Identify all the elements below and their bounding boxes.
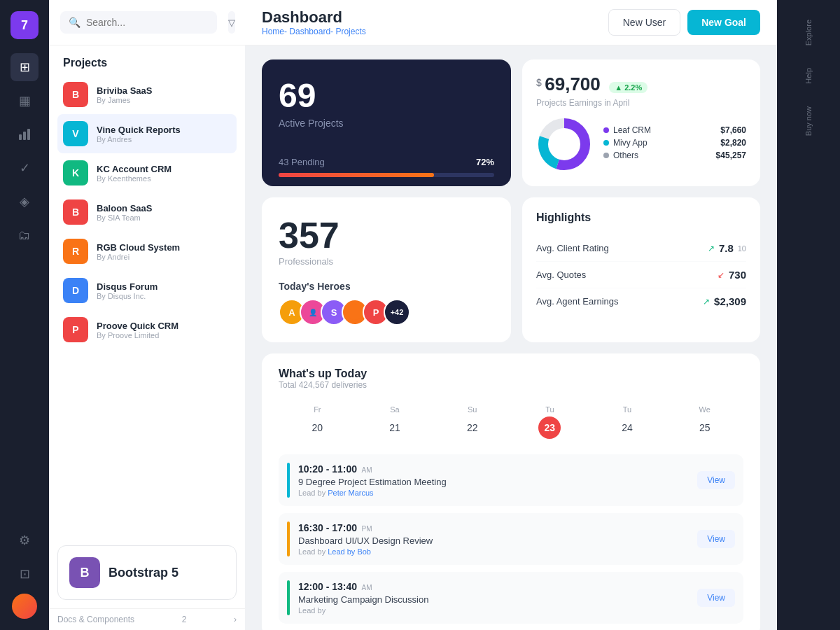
event-details: 12:00 - 13:40 AM Marketing Campaign Disc… (298, 580, 689, 615)
schedule-section: What's up Today Total 424,567 deliveries… (262, 354, 760, 630)
project-name-disqus: Disqus Forum (97, 281, 231, 292)
event-ampm: AM (362, 466, 372, 474)
breadcrumb-dash[interactable]: Dashboard- (289, 27, 333, 36)
bootstrap-banner[interactable]: B Bootstrap 5 (57, 545, 237, 600)
legend-label-mivy: Mivy App (613, 138, 648, 148)
nav-icon-check[interactable]: ✓ (10, 154, 38, 182)
cal-day-25[interactable]: We 25 (666, 401, 743, 443)
sidebar-header: 🔍 ▽ (49, 0, 245, 46)
event-lead-link[interactable]: Lead by Bob (328, 547, 371, 556)
project-logo-briviba: B (63, 82, 88, 107)
topbar-actions: New User New Goal (608, 9, 760, 36)
project-info-kc: KC Account CRM By Keenthemes (97, 164, 231, 183)
legend-mivy-app: Mivy App $2,820 (603, 138, 746, 148)
cal-day-21[interactable]: Sa 21 (356, 401, 434, 443)
sidebar-bottom-arrow: › (234, 615, 237, 624)
topbar-left: Dashboard Home- Dashboard- Projects (262, 8, 366, 36)
sidebar-bottom-count: 2 (182, 615, 187, 624)
event-view-button[interactable]: View (697, 471, 735, 489)
project-logo-vine: V (63, 121, 88, 146)
nav-avatar[interactable]: 7 (10, 11, 38, 39)
hl-num-quotes: 730 (729, 269, 746, 281)
event-ampm: PM (362, 525, 372, 533)
nav-icon-dashboard[interactable]: ⊞ (10, 53, 38, 81)
hl-num-earnings: $2,309 (714, 295, 746, 307)
right-panel-help[interactable]: Help (802, 62, 816, 90)
nav-icon-chart[interactable] (10, 120, 38, 148)
hero-more: +42 (384, 299, 410, 326)
event-view-button[interactable]: View (697, 589, 735, 607)
new-goal-button[interactable]: New Goal (687, 10, 760, 35)
highlight-row-earnings: Avg. Agent Earnings ↗ $2,309 (536, 288, 746, 314)
project-info-disqus: Disqus Forum By Disqus Inc. (97, 281, 231, 300)
project-item-kc[interactable]: K KC Account CRM By Keenthemes (57, 153, 237, 192)
highlight-value-quotes: ↙ 730 (718, 269, 746, 281)
right-panel-buynow[interactable]: Buy now (802, 101, 816, 141)
cal-day-22[interactable]: Su 22 (433, 401, 511, 443)
event-item: 12:00 - 13:40 AM Marketing Campaign Disc… (279, 572, 743, 624)
professionals-card: 357 Professionals Today's Heroes A 👤 S P… (262, 197, 511, 342)
project-name-vine: Vine Quick Reports (97, 125, 231, 135)
search-input[interactable] (86, 17, 209, 28)
project-item-disqus[interactable]: D Disqus Forum By Disqus Inc. (57, 271, 237, 310)
progress-bar (279, 173, 494, 177)
event-view-button[interactable]: View (697, 530, 735, 548)
project-author-proove: By Proove Limited (97, 331, 231, 340)
bootstrap-logo: B (69, 557, 100, 588)
nav-icon-grid[interactable]: ▦ (10, 87, 38, 115)
nav-icon-layers[interactable]: ◈ (10, 188, 38, 216)
pending-label: 43 Pending (279, 157, 325, 167)
cal-day-label: Su (436, 405, 508, 414)
sidebar-bottom[interactable]: Docs & Components 2 › (49, 608, 245, 630)
right-panel-explore[interactable]: Explore (802, 14, 816, 51)
breadcrumb-home[interactable]: Home- (262, 27, 287, 36)
highlight-value-rating: ↗ 7.8 10 (708, 242, 746, 254)
nav-icon-settings[interactable]: ⚙ (10, 526, 38, 554)
earnings-card: $ 69,700 ▲ 2.2% Projects Earnings in Apr… (522, 59, 760, 186)
event-details: 16:30 - 17:00 PM Dashboard UI/UX Design … (298, 522, 689, 556)
event-time-row: 12:00 - 13:40 AM (298, 580, 689, 593)
svg-text:👤: 👤 (309, 308, 318, 317)
nav-icon-grid2[interactable]: ⊡ (10, 560, 38, 588)
project-logo-disqus: D (63, 278, 88, 303)
event-lead: Lead by (298, 606, 689, 615)
event-ampm: AM (362, 584, 372, 592)
cal-day-label: Sa (359, 405, 431, 414)
new-user-button[interactable]: New User (608, 9, 680, 36)
highlight-label-rating: Avg. Client Rating (536, 243, 609, 253)
arrow-up-earnings: ↗ (703, 297, 710, 307)
topbar: Dashboard Home- Dashboard- Projects New … (245, 0, 777, 46)
professionals-label: Professionals (279, 256, 494, 267)
professionals-number: 357 (279, 214, 494, 256)
nav-user-avatar[interactable] (12, 594, 37, 619)
project-item-rgb[interactable]: R RGB Cloud System By Andrei (57, 232, 237, 271)
cal-day-23[interactable]: Tu 23 (511, 401, 589, 443)
event-bar (287, 580, 290, 615)
event-lead: Lead by Lead by Bob (298, 547, 689, 556)
filter-button[interactable]: ▽ (228, 11, 235, 34)
highlight-label-earnings: Avg. Agent Earnings (536, 296, 619, 307)
bootstrap-label: Bootstrap 5 (108, 566, 178, 580)
legend-leaf-crm: Leaf CRM $7,660 (603, 125, 746, 135)
project-item-baloon[interactable]: B Baloon SaaS By SIA Team (57, 192, 237, 232)
earnings-subtitle: Projects Earnings in April (536, 98, 746, 108)
legend-others: Others $45,257 (603, 150, 746, 160)
project-logo-baloon: B (63, 200, 88, 225)
search-box[interactable]: 🔍 (60, 11, 217, 34)
nav-icon-folder[interactable]: 🗂 (10, 221, 38, 249)
search-icon: 🔍 (69, 17, 80, 28)
project-item-briviba[interactable]: B Briviba SaaS By James (57, 75, 237, 114)
cal-day-20[interactable]: Fr 20 (279, 401, 356, 443)
hl-sub-rating: 10 (738, 244, 746, 253)
legend-dot-leaf (603, 127, 609, 133)
main: Dashboard Home- Dashboard- Projects New … (245, 0, 777, 630)
cal-day-num: 22 (461, 416, 484, 439)
breadcrumb-current: Projects (335, 27, 365, 36)
earnings-body: Leaf CRM $7,660 Mivy App $2,820 Others $… (536, 116, 746, 172)
earnings-badge: ▲ 2.2% (609, 82, 648, 93)
project-item-proove[interactable]: P Proove Quick CRM By Proove Limited (57, 310, 237, 349)
heroes-section: Today's Heroes A 👤 S P +42 (279, 281, 494, 326)
project-item-vine[interactable]: V Vine Quick Reports By Andres (57, 114, 237, 153)
event-lead-link[interactable]: Peter Marcus (328, 489, 373, 497)
cal-day-24[interactable]: Tu 24 (589, 401, 666, 443)
